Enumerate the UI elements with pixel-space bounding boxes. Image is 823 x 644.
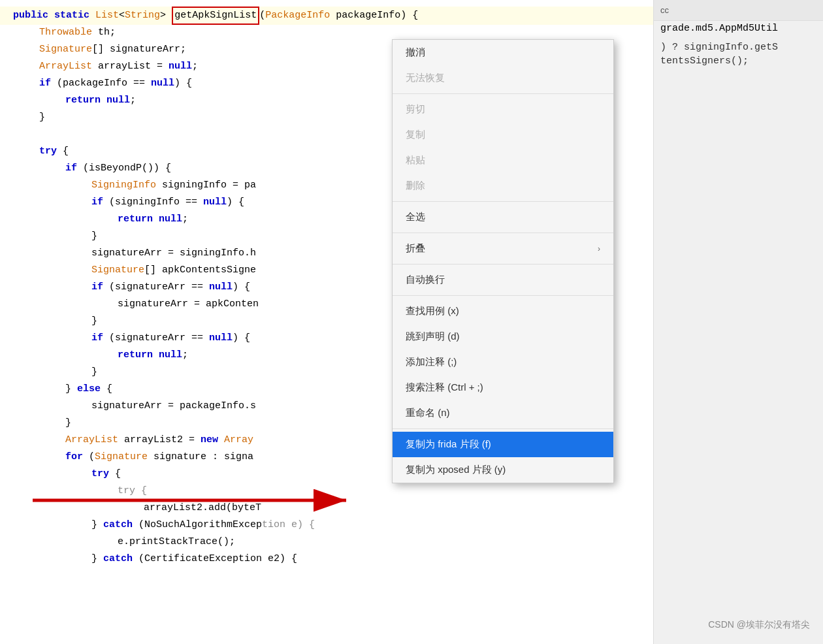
right-panel-content: ) ? signingInfo.getS tentsSigners(); <box>654 38 823 71</box>
menu-divider-2 <box>393 201 613 202</box>
menu-item-copy-xposed[interactable]: 复制为 xposed 片段 (y) <box>393 457 613 483</box>
menu-item-fold-label: 折叠 <box>406 242 425 255</box>
menu-item-search-comment[interactable]: 搜索注释 (Ctrl + ;) <box>393 375 613 400</box>
menu-item-select-all[interactable]: 全选 <box>393 204 613 230</box>
menu-item-find-usage[interactable]: 查找用例 (x) <box>393 298 613 324</box>
menu-item-rename-label: 重命名 (n) <box>406 407 450 419</box>
menu-item-copy-frida-label: 复制为 frida 片段 (f) <box>406 438 491 451</box>
menu-item-delete[interactable]: 删除 <box>393 173 613 199</box>
menu-item-redo[interactable]: 无法恢复 <box>393 65 613 91</box>
menu-item-auto-wrap[interactable]: 自动换行 <box>393 267 613 293</box>
type-list: List <box>95 8 119 24</box>
menu-divider-3 <box>393 233 613 233</box>
right-panel-line-1: grade.md5.AppMd5Util <box>654 21 823 38</box>
keyword-static: static <box>54 8 89 24</box>
menu-divider-6 <box>393 428 613 429</box>
menu-item-copy[interactable]: 复制 <box>393 122 613 148</box>
menu-divider-4 <box>393 264 613 265</box>
menu-item-search-comment-label: 搜索注释 (Ctrl + ;) <box>406 381 483 394</box>
menu-divider-1 <box>393 93 613 94</box>
menu-divider-5 <box>393 295 613 296</box>
right-panel-header: cc <box>654 0 823 21</box>
red-arrow-annotation <box>26 481 366 520</box>
menu-item-add-comment[interactable]: 添加注释 (;) <box>393 349 613 375</box>
menu-item-copy-label: 复制 <box>406 129 425 141</box>
menu-item-find-usage-label: 查找用例 (x) <box>406 305 459 317</box>
menu-item-cut-label: 剪切 <box>406 103 425 116</box>
menu-item-copy-xposed-label: 复制为 xposed 片段 (y) <box>406 464 506 476</box>
menu-item-cut[interactable]: 剪切 <box>393 97 613 122</box>
menu-item-paste[interactable]: 粘贴 <box>393 148 613 173</box>
menu-item-add-comment-label: 添加注释 (;) <box>406 356 457 368</box>
menu-item-delete-label: 删除 <box>406 180 425 192</box>
fold-arrow-icon: › <box>598 244 600 253</box>
watermark: CSDN @埃菲尔没有塔尖 <box>708 619 810 631</box>
context-menu[interactable]: 撤消 无法恢复 剪切 复制 粘贴 删除 全选 折叠 › 自动换行 查找用例 (x… <box>392 39 614 483</box>
menu-item-redo-label: 无法恢复 <box>406 72 445 84</box>
keyword-public: public <box>13 8 48 24</box>
menu-item-paste-label: 粘贴 <box>406 154 425 167</box>
right-panel: cc grade.md5.AppMd5Util ) ? signingInfo.… <box>653 0 823 644</box>
menu-item-copy-frida[interactable]: 复制为 frida 片段 (f) <box>393 432 613 457</box>
watermark-text: CSDN @埃菲尔没有塔尖 <box>708 619 810 630</box>
menu-item-fold[interactable]: 折叠 › <box>393 236 613 261</box>
menu-item-select-all-label: 全选 <box>406 211 425 223</box>
menu-item-auto-wrap-label: 自动换行 <box>406 274 445 286</box>
menu-item-undo[interactable]: 撤消 <box>393 40 613 65</box>
menu-item-goto-decl[interactable]: 跳到声明 (d) <box>393 324 613 349</box>
menu-item-rename[interactable]: 重命名 (n) <box>393 400 613 426</box>
method-name-highlight: getApkSignList <box>172 7 259 25</box>
menu-item-undo-label: 撤消 <box>406 46 425 59</box>
menu-item-goto-decl-label: 跳到声明 (d) <box>406 330 460 343</box>
